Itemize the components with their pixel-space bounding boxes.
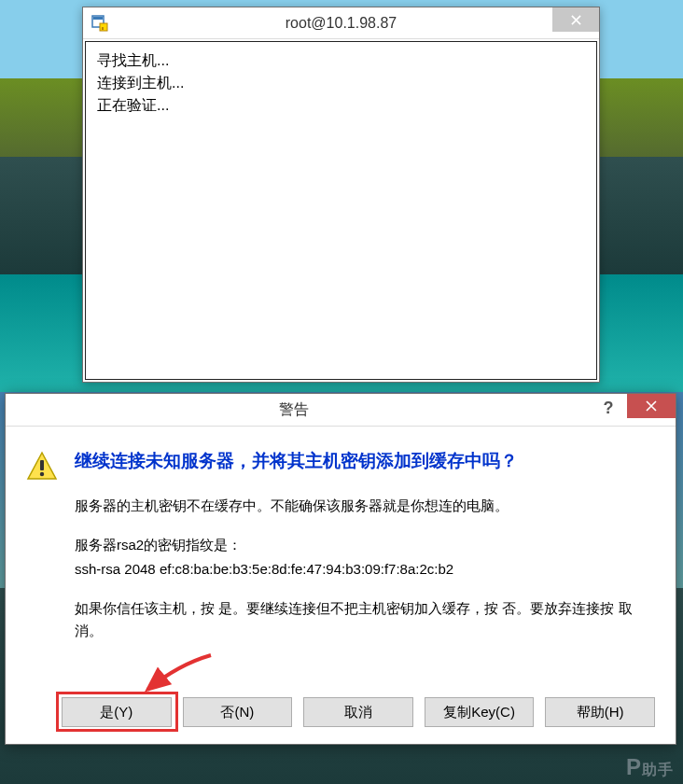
help-button[interactable]: 帮助(H) (545, 697, 655, 727)
warning-fingerprint-value: ssh-rsa 2048 ef:c8:ba:be:b3:5e:8d:fe:47:… (75, 558, 655, 581)
titlebar-help-button[interactable]: ? (590, 394, 627, 422)
terminal-body[interactable]: 寻找主机... 连接到主机... 正在验证... (85, 41, 597, 380)
warning-para-cache: 服务器的主机密钥不在缓存中。不能确保该服务器就是你想连的电脑。 (75, 495, 655, 517)
yes-button[interactable]: 是(Y) (62, 697, 172, 727)
terminal-line: 正在验证... (97, 94, 585, 117)
watermark-logo: P助手 (626, 754, 674, 780)
warning-body: 继续连接未知服务器，并将其主机密钥添加到缓存中吗？ 服务器的主机密钥不在缓存中。… (6, 426, 676, 744)
warning-icon (26, 451, 58, 483)
warning-fingerprint-label: 服务器rsa2的密钥指纹是： (75, 534, 655, 556)
warning-heading: 继续连接未知服务器，并将其主机密钥添加到缓存中吗？ (75, 449, 655, 474)
terminal-close-button[interactable] (552, 7, 599, 32)
terminal-line: 连接到主机... (97, 72, 585, 94)
cancel-button[interactable]: 取消 (303, 697, 413, 727)
warning-title: 警告 (6, 400, 582, 420)
svg-rect-4 (40, 460, 44, 470)
warning-titlebar[interactable]: 警告 ? (6, 394, 676, 426)
svg-point-5 (40, 472, 44, 476)
warning-close-button[interactable] (627, 394, 676, 418)
button-row: 是(Y) 否(N) 取消 复制Key(C) 帮助(H) (62, 697, 655, 727)
warning-instructions: 如果你信任该主机，按 是。要继续连接但不把主机密钥加入缓存，按 否。要放弃连接按… (75, 597, 655, 642)
close-icon (646, 400, 657, 412)
terminal-title: root@10.1.98.87 (83, 15, 599, 32)
copy-key-button[interactable]: 复制Key(C) (425, 697, 535, 727)
warning-text: 继续连接未知服务器，并将其主机密钥添加到缓存中吗？ 服务器的主机密钥不在缓存中。… (75, 449, 655, 659)
warning-dialog: 警告 ? 继续连接未知服务器，并将其主机密钥添加到缓存中吗？ 服务器的主机密钥不… (5, 393, 676, 745)
terminal-line: 寻找主机... (97, 49, 585, 72)
no-button[interactable]: 否(N) (183, 697, 293, 727)
terminal-window: root@10.1.98.87 寻找主机... 连接到主机... 正在验证... (82, 7, 600, 383)
warning-content: 继续连接未知服务器，并将其主机密钥添加到缓存中吗？ 服务器的主机密钥不在缓存中。… (26, 449, 655, 659)
terminal-titlebar[interactable]: root@10.1.98.87 (83, 7, 599, 39)
close-icon (571, 15, 581, 25)
